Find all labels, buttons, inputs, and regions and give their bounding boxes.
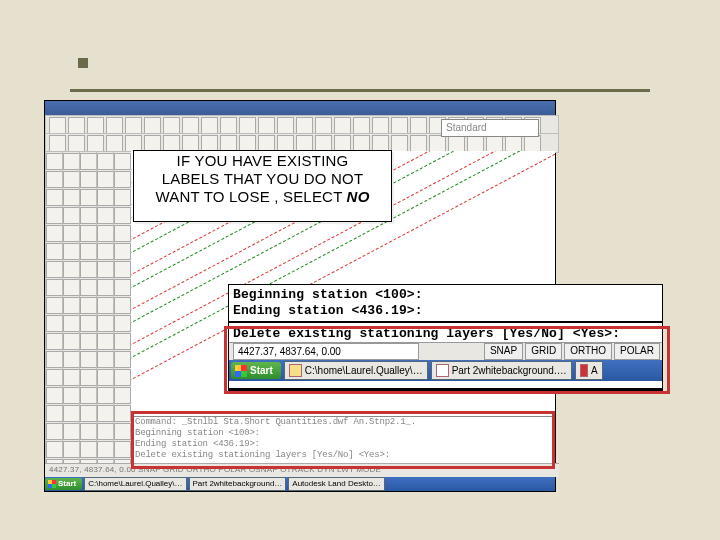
tool-button[interactable] [353, 117, 370, 134]
tool-button[interactable] [144, 117, 161, 134]
tool-button[interactable] [114, 387, 131, 404]
tool-button[interactable] [277, 135, 294, 152]
tool-button[interactable] [80, 369, 97, 386]
taskbar-item[interactable]: Part 2whitebackground… [189, 477, 287, 491]
tool-button[interactable] [63, 207, 80, 224]
tool-button[interactable] [80, 315, 97, 332]
tool-button[interactable] [163, 135, 180, 152]
tool-button[interactable] [87, 135, 104, 152]
tool-button[interactable] [80, 279, 97, 296]
taskbar-item[interactable]: C:\home\Laurel.Qualley\… [84, 477, 186, 491]
tool-button[interactable] [97, 243, 114, 260]
tool-button[interactable] [372, 135, 389, 152]
tool-button[interactable] [46, 243, 63, 260]
tool-button[interactable] [372, 117, 389, 134]
tool-button[interactable] [429, 135, 446, 152]
tool-button[interactable] [97, 387, 114, 404]
start-button[interactable]: Start [45, 478, 82, 490]
tool-button[interactable] [334, 135, 351, 152]
tool-button[interactable] [220, 135, 237, 152]
tool-button[interactable] [63, 315, 80, 332]
tool-button[interactable] [80, 171, 97, 188]
tool-button[interactable] [114, 261, 131, 278]
tool-button[interactable] [87, 117, 104, 134]
tool-button[interactable] [63, 243, 80, 260]
tool-button[interactable] [80, 261, 97, 278]
tool-button[interactable] [277, 117, 294, 134]
tool-button[interactable] [46, 333, 63, 350]
tool-button[interactable] [46, 279, 63, 296]
tool-button[interactable] [334, 117, 351, 134]
tool-button[interactable] [97, 189, 114, 206]
tool-button[interactable] [258, 117, 275, 134]
tool-button[interactable] [114, 279, 131, 296]
tool-button[interactable] [80, 189, 97, 206]
tool-button[interactable] [63, 405, 80, 422]
tool-button[interactable] [125, 135, 142, 152]
tool-button[interactable] [68, 117, 85, 134]
tool-button[interactable] [46, 225, 63, 242]
tool-button[interactable] [46, 315, 63, 332]
tool-button[interactable] [46, 207, 63, 224]
tool-button[interactable] [49, 117, 66, 134]
tool-button[interactable] [63, 423, 80, 440]
tool-button[interactable] [63, 351, 80, 368]
tool-button[interactable] [97, 279, 114, 296]
tool-button[interactable] [46, 405, 63, 422]
tool-button[interactable] [80, 423, 97, 440]
tool-button[interactable] [97, 369, 114, 386]
tool-button[interactable] [391, 135, 408, 152]
tool-button[interactable] [201, 117, 218, 134]
tool-button[interactable] [315, 117, 332, 134]
tool-button[interactable] [353, 135, 370, 152]
tool-button[interactable] [63, 189, 80, 206]
tool-button[interactable] [49, 135, 66, 152]
tool-button[interactable] [97, 405, 114, 422]
tool-button[interactable] [97, 351, 114, 368]
style-dropdown[interactable]: Standard [441, 119, 539, 137]
tool-button[interactable] [97, 153, 114, 170]
tool-button[interactable] [391, 117, 408, 134]
tool-button[interactable] [97, 225, 114, 242]
tool-button[interactable] [46, 423, 63, 440]
tool-button[interactable] [63, 441, 80, 458]
tool-button[interactable] [114, 405, 131, 422]
tool-button[interactable] [97, 207, 114, 224]
tool-button[interactable] [114, 369, 131, 386]
tool-button[interactable] [114, 207, 131, 224]
tool-button[interactable] [80, 243, 97, 260]
tool-button[interactable] [114, 423, 131, 440]
tool-button[interactable] [80, 441, 97, 458]
tool-button[interactable] [46, 153, 63, 170]
tool-button[interactable] [486, 135, 503, 152]
tool-button[interactable] [46, 297, 63, 314]
tool-button[interactable] [125, 117, 142, 134]
tool-button[interactable] [46, 351, 63, 368]
tool-button[interactable] [114, 441, 131, 458]
tool-button[interactable] [63, 297, 80, 314]
tool-button[interactable] [106, 117, 123, 134]
tool-button[interactable] [46, 441, 63, 458]
tool-button[interactable] [63, 333, 80, 350]
tool-button[interactable] [97, 261, 114, 278]
tool-button[interactable] [63, 171, 80, 188]
tool-button[interactable] [114, 243, 131, 260]
tool-button[interactable] [239, 135, 256, 152]
tool-button[interactable] [201, 135, 218, 152]
tool-button[interactable] [220, 117, 237, 134]
tool-button[interactable] [80, 333, 97, 350]
tool-button[interactable] [315, 135, 332, 152]
tool-button[interactable] [163, 117, 180, 134]
tool-button[interactable] [68, 135, 85, 152]
tool-button[interactable] [80, 207, 97, 224]
tool-button[interactable] [46, 369, 63, 386]
tool-button[interactable] [46, 189, 63, 206]
tool-button[interactable] [80, 153, 97, 170]
tool-button[interactable] [182, 117, 199, 134]
tool-button[interactable] [80, 405, 97, 422]
tool-button[interactable] [97, 297, 114, 314]
tool-button[interactable] [46, 387, 63, 404]
tool-button[interactable] [63, 153, 80, 170]
tool-button[interactable] [114, 351, 131, 368]
tool-button[interactable] [144, 135, 161, 152]
